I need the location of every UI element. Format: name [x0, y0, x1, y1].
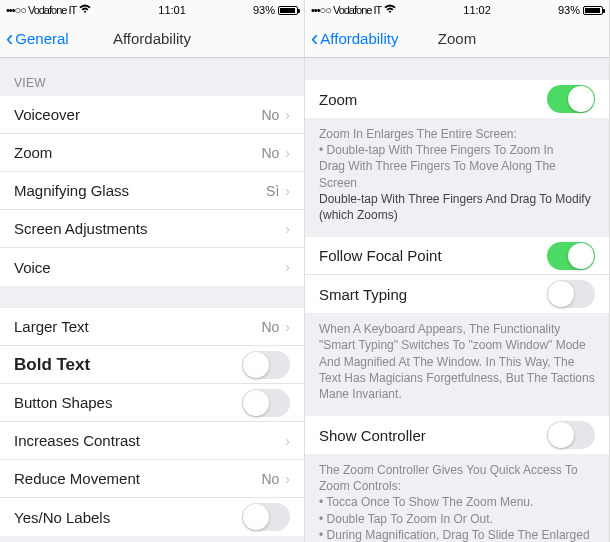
status-bar: •••○○ Vodafone IT 11:01 93%: [0, 0, 304, 20]
settings-list[interactable]: VIEW Voiceover No › Zoom No › Magnifying…: [0, 58, 304, 542]
chevron-right-icon: ›: [285, 221, 290, 237]
back-button[interactable]: ‹ Affordability: [311, 28, 398, 50]
row-voiceover[interactable]: Voiceover No ›: [0, 96, 304, 134]
row-voice[interactable]: Voice ›: [0, 248, 304, 286]
chevron-left-icon: ‹: [6, 28, 13, 50]
row-zoom-toggle[interactable]: Zoom: [305, 80, 609, 118]
section-header-view: VIEW: [0, 58, 304, 96]
smart-typing-help: When A Keyboard Appears, The Functionali…: [305, 313, 609, 416]
chevron-right-icon: ›: [285, 433, 290, 449]
row-increases-contrast[interactable]: Increases Contrast ›: [0, 422, 304, 460]
chevron-right-icon: ›: [285, 183, 290, 199]
left-screen: •••○○ Vodafone IT 11:01 93% ‹ General Af…: [0, 0, 305, 542]
yes-no-labels-toggle[interactable]: [242, 503, 290, 531]
row-zoom[interactable]: Zoom No ›: [0, 134, 304, 172]
wifi-icon: [384, 4, 396, 16]
chevron-right-icon: ›: [285, 319, 290, 335]
status-time: 11:01: [91, 4, 253, 16]
row-follow-focal-point[interactable]: Follow Focal Point: [305, 237, 609, 275]
row-screen-adjustments[interactable]: Screen Adjustments ›: [0, 210, 304, 248]
battery-pct: 93%: [558, 4, 580, 16]
row-show-controller[interactable]: Show Controller: [305, 416, 609, 454]
chevron-right-icon: ›: [285, 259, 290, 275]
back-label: Affordability: [320, 30, 398, 47]
wifi-icon: [79, 4, 91, 16]
chevron-right-icon: ›: [285, 145, 290, 161]
follow-focal-toggle[interactable]: [547, 242, 595, 270]
chevron-right-icon: ›: [285, 471, 290, 487]
right-screen: •••○○ Vodafone IT 11:02 93% ‹ Affordabil…: [305, 0, 610, 542]
status-bar: •••○○ Vodafone IT 11:02 93%: [305, 0, 609, 20]
row-smart-typing[interactable]: Smart Typing: [305, 275, 609, 313]
row-yes-no-labels[interactable]: Yes/No Labels: [0, 498, 304, 536]
zoom-help-text: Zoom In Enlarges The Entire Screen: • Do…: [305, 118, 609, 237]
signal-dots: •••○○ Vodafone IT: [311, 4, 381, 16]
controller-help-text: The Zoom Controller Gives You Quick Acce…: [305, 454, 609, 542]
bold-text-toggle[interactable]: [242, 351, 290, 379]
row-bold-text[interactable]: Bold Text: [0, 346, 304, 384]
smart-typing-toggle[interactable]: [547, 280, 595, 308]
battery-pct: 93%: [253, 4, 275, 16]
chevron-right-icon: ›: [285, 107, 290, 123]
signal-dots: •••○○ Vodafone IT: [6, 4, 76, 16]
battery-icon: [583, 6, 603, 15]
settings-list[interactable]: Zoom Zoom In Enlarges The Entire Screen:…: [305, 58, 609, 542]
back-button[interactable]: ‹ General: [6, 28, 69, 50]
zoom-toggle[interactable]: [547, 85, 595, 113]
row-larger-text[interactable]: Larger Text No ›: [0, 308, 304, 346]
row-reduce-movement[interactable]: Reduce Movement No ›: [0, 460, 304, 498]
show-controller-toggle[interactable]: [547, 421, 595, 449]
row-button-shapes[interactable]: Button Shapes: [0, 384, 304, 422]
nav-bar: ‹ Affordability Zoom: [305, 20, 609, 58]
nav-bar: ‹ General Affordability: [0, 20, 304, 58]
battery-icon: [278, 6, 298, 15]
status-time: 11:02: [396, 4, 558, 16]
chevron-left-icon: ‹: [311, 28, 318, 50]
row-magnifying-glass[interactable]: Magnifying Glass Sì ›: [0, 172, 304, 210]
button-shapes-toggle[interactable]: [242, 389, 290, 417]
back-label: General: [15, 30, 68, 47]
